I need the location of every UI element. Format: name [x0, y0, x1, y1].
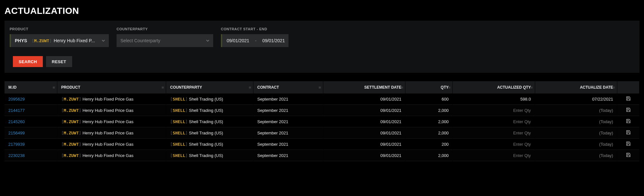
mid-link[interactable]: 2230238 [8, 153, 25, 158]
col-header-save [617, 81, 639, 93]
contract-daterange[interactable]: 09/01/2021 - 09/01/2021 [221, 34, 289, 47]
counterparty-ticker: SHELL [173, 108, 185, 113]
chevron-down-icon [102, 39, 105, 42]
cell-settlement: 09/01/2021 [323, 139, 405, 150]
cell-actualize-date: (Today) [535, 150, 617, 161]
counterparty-name: Shell Trading (US) [189, 153, 223, 158]
counterparty-label: COUNTERPARTY [117, 27, 213, 31]
counterparty-placeholder: Select Counterparty [120, 38, 160, 43]
product-name: Henry Hub Fixed Price Gas [82, 97, 133, 102]
cell-settlement: 09/01/2021 [323, 127, 405, 139]
product-name: Henry Hub Fixed Price Gas [82, 131, 133, 135]
cell-actualized-qty [453, 105, 535, 116]
col-header-qty[interactable]: QTY≡ [405, 81, 453, 93]
product-ticker: M.ZUWT [64, 142, 79, 147]
product-ticker: M.ZUWT [64, 153, 79, 158]
cell-product: [M.ZUWT] Henry Hub Fixed Price Gas [57, 139, 166, 150]
counterparty-select[interactable]: Select Counterparty [117, 34, 213, 47]
counterparty-name: Shell Trading (US) [189, 119, 223, 124]
search-button[interactable]: SEARCH [13, 56, 43, 67]
save-icon[interactable] [621, 119, 635, 123]
cell-actualize-date: (Today) [535, 116, 617, 127]
cell-actualized-qty [453, 139, 535, 150]
cell-qty: 2,000 [405, 105, 453, 116]
column-menu-icon[interactable]: ≡ [612, 85, 615, 90]
counterparty-ticker: SHELL [173, 131, 185, 135]
product-type-badge: PHYS [15, 38, 27, 43]
col-header-contract[interactable]: CONTRACT≡ [253, 81, 323, 93]
col-header-mid[interactable]: M.ID≡ [5, 81, 57, 93]
product-ticker: M.ZUWT [64, 97, 79, 102]
cell-qty: 600 [405, 93, 453, 105]
counterparty-ticker: SHELL [173, 119, 185, 124]
product-name: Henry Hub Fixed Price Gas [82, 142, 133, 147]
cell-actualize-date: (Today) [535, 127, 617, 139]
product-select[interactable]: PHYS [M.ZUWT] Henry Hub Fixed P... [10, 34, 109, 47]
actualized-qty-input[interactable] [457, 153, 531, 158]
cell-product: [M.ZUWT] Henry Hub Fixed Price Gas [57, 127, 166, 139]
product-ticker: M.ZUWT [64, 108, 79, 113]
cell-counterparty: [SHELL] Shell Trading (US) [166, 150, 253, 161]
actualized-qty-input[interactable] [457, 142, 531, 147]
counterparty-ticker: SHELL [173, 97, 185, 102]
mid-link[interactable]: 2144177 [8, 108, 25, 113]
product-name: Henry Hub Fixed Price Gas [82, 108, 133, 113]
cell-actualized-qty [453, 116, 535, 127]
save-icon[interactable] [621, 96, 635, 101]
mid-link[interactable]: 2156499 [8, 131, 25, 135]
mid-link[interactable]: 2179939 [8, 142, 25, 147]
cell-actualize-date: (Today) [535, 139, 617, 150]
cell-contract: September 2021 [253, 139, 323, 150]
cell-actualize-date: (Today) [535, 105, 617, 116]
counterparty-name: Shell Trading (US) [189, 108, 223, 113]
product-label: PRODUCT [10, 27, 109, 31]
col-header-actualized-qty[interactable]: ACTUALIZED QTY≡ [453, 81, 535, 93]
column-menu-icon[interactable]: ≡ [448, 85, 451, 90]
mid-link[interactable]: 2145260 [8, 119, 25, 124]
save-icon[interactable] [621, 107, 635, 112]
counterparty-name: Shell Trading (US) [189, 97, 223, 102]
cell-product: [M.ZUWT] Henry Hub Fixed Price Gas [57, 93, 166, 105]
save-icon[interactable] [621, 152, 635, 157]
cell-qty: 2,000 [405, 116, 453, 127]
start-date: 09/01/2021 [227, 38, 249, 43]
cell-product: [M.ZUWT] Henry Hub Fixed Price Gas [57, 116, 166, 127]
cell-counterparty: [SHELL] Shell Trading (US) [166, 139, 253, 150]
counterparty-name: Shell Trading (US) [189, 131, 223, 135]
counterparty-ticker: SHELL [173, 153, 185, 158]
column-menu-icon[interactable]: ≡ [318, 85, 321, 90]
chevron-down-icon [206, 39, 209, 42]
cell-settlement: 09/01/2021 [323, 105, 405, 116]
reset-button[interactable]: RESET [46, 56, 72, 67]
table-row: 2095629[M.ZUWT] Henry Hub Fixed Price Ga… [5, 93, 639, 105]
table-row: 2145260[M.ZUWT] Henry Hub Fixed Price Ga… [5, 116, 639, 127]
product-ticker: M.ZUWT [64, 119, 79, 124]
product-ticker: M.ZUWT [64, 131, 79, 135]
col-header-actualize-date[interactable]: ACTUALIZE DATE≡ [535, 81, 617, 93]
cell-counterparty: [SHELL] Shell Trading (US) [166, 105, 253, 116]
column-menu-icon[interactable]: ≡ [401, 85, 403, 90]
cell-counterparty: [SHELL] Shell Trading (US) [166, 116, 253, 127]
col-header-settlement[interactable]: SETTLEMENT DATE≡ [323, 81, 405, 93]
column-menu-icon[interactable]: ≡ [52, 85, 55, 90]
cell-settlement: 09/01/2021 [323, 150, 405, 161]
actualized-qty-input[interactable] [457, 119, 531, 124]
column-menu-icon[interactable]: ≡ [162, 85, 164, 90]
column-menu-icon[interactable]: ≡ [530, 85, 533, 90]
actualized-qty-input[interactable] [457, 108, 531, 113]
daterange-label: CONTRACT START - END [221, 27, 289, 31]
page-title: ACTUALIZATION [0, 0, 644, 21]
column-menu-icon[interactable]: ≡ [249, 85, 251, 90]
results-table-container: M.ID≡ PRODUCT≡ COUNTERPARTY≡ CONTRACT≡ S… [5, 81, 639, 161]
cell-actualized-qty [453, 127, 535, 139]
mid-link[interactable]: 2095629 [8, 97, 25, 102]
col-header-product[interactable]: PRODUCT≡ [57, 81, 166, 93]
save-icon[interactable] [621, 130, 635, 135]
actualized-qty-input[interactable] [457, 131, 531, 135]
cell-qty: 2,000 [405, 150, 453, 161]
cell-contract: September 2021 [253, 116, 323, 127]
save-icon[interactable] [621, 141, 635, 146]
col-header-counterparty[interactable]: COUNTERPARTY≡ [166, 81, 253, 93]
table-row: 2156499[M.ZUWT] Henry Hub Fixed Price Ga… [5, 127, 639, 139]
filter-panel: PRODUCT PHYS [M.ZUWT] Henry Hub Fixed P.… [5, 21, 639, 73]
